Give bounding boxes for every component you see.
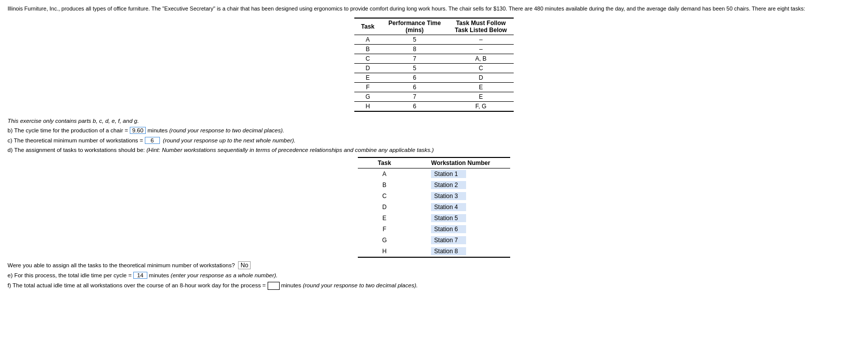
follows-cell: C — [448, 64, 514, 73]
ws-task-cell: G — [358, 235, 411, 246]
intro-paragraph: Illinois Furniture, Inc., produces all t… — [8, 5, 860, 13]
time-cell: 6 — [381, 83, 448, 92]
part-c-value: 6 — [145, 137, 160, 144]
task-cell: B — [354, 45, 381, 54]
ws-table-row: F Station 6 — [358, 224, 510, 235]
task-table-row: E 6 D — [354, 73, 514, 83]
time-cell: 7 — [381, 92, 448, 102]
part-e-prefix: e) For this process, the total idle time… — [8, 272, 132, 278]
part-f-prefix: f) The total actual idle time at all wor… — [8, 282, 266, 288]
follows-cell: E — [448, 92, 514, 102]
workstation-table-container: Task Workstation Number A Station 1 B St… — [8, 157, 860, 258]
time-cell: 5 — [381, 35, 448, 45]
parts-note: This exercise only contains parts b, c, … — [8, 118, 860, 124]
task-cell: G — [354, 92, 381, 102]
task-table-row: C 7 A, B — [354, 54, 514, 64]
ws-task-cell: C — [358, 191, 411, 202]
ws-table-row: D Station 4 — [358, 202, 510, 213]
col-header-task: Task — [354, 18, 381, 35]
station-label: Station 7 — [431, 236, 466, 244]
task-table: Task Performance Time(mins) Task Must Fo… — [354, 18, 514, 112]
station-label: Station 4 — [431, 203, 466, 211]
part-f-input[interactable] — [268, 282, 280, 290]
ws-table-row: B Station 2 — [358, 180, 510, 191]
part-d: d) The assignment of tasks to workstatio… — [8, 147, 860, 153]
time-cell: 6 — [381, 102, 448, 112]
time-cell: 5 — [381, 64, 448, 73]
ws-col-station: Workstation Number — [411, 157, 510, 168]
part-c-prefix: c) The theoretical minimum number of wor… — [8, 137, 143, 143]
ws-task-cell: B — [358, 180, 411, 191]
part-b-prefix: b) The cycle time for the production of … — [8, 127, 128, 133]
ws-table-row: H Station 8 — [358, 246, 510, 257]
station-label: Station 8 — [431, 247, 466, 255]
station-label: Station 5 — [431, 214, 466, 222]
ws-task-cell: A — [358, 168, 411, 180]
station-label: Station 3 — [431, 192, 466, 200]
task-table-row: H 6 F, G — [354, 102, 514, 112]
task-cell: E — [354, 73, 381, 83]
time-cell: 8 — [381, 45, 448, 54]
task-cell: D — [354, 64, 381, 73]
ws-task-cell: H — [358, 246, 411, 257]
follows-cell: D — [448, 73, 514, 83]
part-e-note: (enter your response as a whole number). — [171, 272, 278, 278]
col-header-follows: Task Must FollowTask Listed Below — [448, 18, 514, 35]
part-f: f) The total actual idle time at all wor… — [8, 282, 860, 290]
station-label: Station 2 — [431, 181, 466, 189]
follows-cell: A, B — [448, 54, 514, 64]
ws-table-row: C Station 3 — [358, 191, 510, 202]
part-b-suffix: minutes — [147, 127, 169, 133]
task-cell: C — [354, 54, 381, 64]
follows-cell: – — [448, 45, 514, 54]
ws-station-cell: Station 2 — [411, 180, 510, 191]
ws-col-task: Task — [358, 157, 411, 168]
task-table-row: B 8 – — [354, 45, 514, 54]
station-label: Station 1 — [431, 170, 466, 178]
col-header-time: Performance Time(mins) — [381, 18, 448, 35]
ws-station-cell: Station 3 — [411, 191, 510, 202]
task-cell: H — [354, 102, 381, 112]
ws-station-cell: Station 7 — [411, 235, 510, 246]
ws-table-row: G Station 7 — [358, 235, 510, 246]
part-d-prefix: d) The assignment of tasks to workstatio… — [8, 147, 145, 153]
part-d-hint: (Hint: Number workstations sequentially … — [146, 147, 433, 153]
task-table-row: G 7 E — [354, 92, 514, 102]
station-label: Station 6 — [431, 225, 466, 233]
follows-cell: F, G — [448, 102, 514, 112]
part-f-suffix: minutes — [281, 282, 303, 288]
ws-station-cell: Station 4 — [411, 202, 510, 213]
assign-question-text: Were you able to assign all the tasks to… — [8, 262, 235, 268]
workstation-table: Task Workstation Number A Station 1 B St… — [358, 157, 510, 258]
task-table-container: Task Performance Time(mins) Task Must Fo… — [8, 18, 860, 112]
ws-table-row: A Station 1 — [358, 168, 510, 180]
ws-task-cell: F — [358, 224, 411, 235]
task-cell: F — [354, 83, 381, 92]
task-table-row: D 5 C — [354, 64, 514, 73]
ws-table-row: E Station 5 — [358, 213, 510, 224]
part-f-note: (round your response to two decimal plac… — [303, 282, 417, 288]
part-e-value: 14 — [133, 272, 147, 279]
part-b-note: (round your response to two decimal plac… — [169, 127, 284, 133]
part-c-note: (round your response up to the next whol… — [161, 137, 296, 143]
part-e-suffix: minutes — [149, 272, 170, 278]
part-b: b) The cycle time for the production of … — [8, 127, 860, 134]
task-table-row: F 6 E — [354, 83, 514, 92]
time-cell: 7 — [381, 54, 448, 64]
assign-answer: No — [238, 261, 251, 269]
ws-task-cell: D — [358, 202, 411, 213]
ws-station-cell: Station 5 — [411, 213, 510, 224]
task-cell: A — [354, 35, 381, 45]
ws-station-cell: Station 6 — [411, 224, 510, 235]
part-b-value: 9.60 — [130, 127, 146, 134]
follows-cell: – — [448, 35, 514, 45]
part-e: e) For this process, the total idle time… — [8, 272, 860, 279]
task-table-row: A 5 – — [354, 35, 514, 45]
assign-question-row: Were you able to assign all the tasks to… — [8, 262, 860, 269]
ws-station-cell: Station 1 — [411, 168, 510, 180]
part-c: c) The theoretical minimum number of wor… — [8, 137, 860, 144]
ws-station-cell: Station 8 — [411, 246, 510, 257]
follows-cell: E — [448, 83, 514, 92]
ws-task-cell: E — [358, 213, 411, 224]
time-cell: 6 — [381, 73, 448, 83]
